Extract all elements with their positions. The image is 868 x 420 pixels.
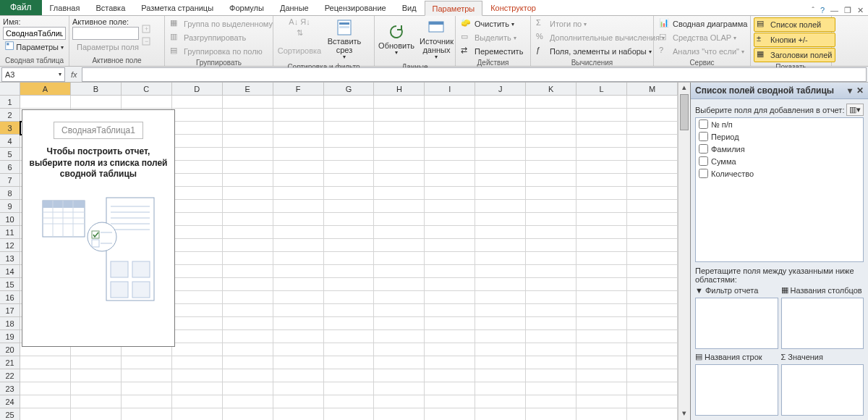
cell[interactable] [627, 278, 678, 291]
cell[interactable] [425, 96, 475, 109]
tab-formulas[interactable]: Формулы [221, 0, 272, 15]
column-header[interactable]: B [71, 83, 122, 96]
cell[interactable] [172, 317, 223, 330]
row-header[interactable]: 16 [0, 291, 20, 304]
field-item[interactable]: Период [696, 130, 863, 143]
cell[interactable] [223, 291, 273, 304]
cell[interactable] [273, 122, 324, 135]
cell[interactable] [172, 239, 223, 252]
cell[interactable] [172, 96, 223, 109]
cell[interactable] [475, 330, 526, 343]
cell[interactable] [273, 148, 324, 161]
zone-rows[interactable] [695, 364, 778, 416]
cell[interactable] [627, 213, 678, 226]
tab-page-layout[interactable]: Разметка страницы [133, 0, 221, 15]
name-box[interactable]: A3▾ [1, 67, 65, 82]
clear-button[interactable]: 🧽Очистить ▾ [459, 17, 525, 30]
field-item[interactable]: Сумма [696, 155, 863, 167]
cell[interactable] [576, 174, 627, 187]
cell[interactable] [576, 187, 627, 200]
scroll-thumb[interactable] [680, 94, 689, 130]
column-header[interactable]: J [475, 83, 526, 96]
cell[interactable] [576, 304, 627, 317]
cell[interactable] [374, 122, 425, 135]
cell[interactable] [374, 408, 425, 420]
row-header[interactable]: 20 [0, 343, 20, 356]
cell[interactable] [324, 148, 375, 161]
row-header[interactable]: 13 [0, 252, 20, 265]
cell[interactable] [425, 252, 475, 265]
cell[interactable] [576, 395, 627, 408]
fields-list[interactable]: № п/пПериодФамилияСуммаКоличество [695, 117, 864, 262]
cell[interactable] [324, 408, 375, 420]
cell[interactable] [374, 356, 425, 369]
cell[interactable] [627, 408, 678, 420]
taskpane-dropdown-icon[interactable]: ▾ [848, 85, 852, 96]
layout-options-icon[interactable]: ▥▾ [846, 104, 864, 116]
cell[interactable] [374, 369, 425, 382]
zone-values[interactable] [781, 364, 864, 416]
column-header[interactable]: M [627, 83, 678, 96]
cell[interactable] [172, 174, 223, 187]
cell[interactable] [324, 343, 375, 356]
cell[interactable] [425, 187, 475, 200]
cell[interactable] [374, 213, 425, 226]
cell[interactable] [20, 395, 71, 408]
cell[interactable] [223, 96, 273, 109]
cell[interactable] [475, 382, 526, 395]
cell[interactable] [374, 304, 425, 317]
cell[interactable] [374, 291, 425, 304]
cell[interactable] [475, 265, 526, 278]
cell[interactable] [122, 356, 172, 369]
cell[interactable] [273, 395, 324, 408]
row-header[interactable]: 10 [0, 213, 20, 226]
cell[interactable] [475, 109, 526, 122]
cell[interactable] [122, 408, 172, 420]
cell[interactable] [71, 356, 122, 369]
cell[interactable] [223, 265, 273, 278]
cell[interactable] [172, 252, 223, 265]
cell[interactable] [627, 291, 678, 304]
cell[interactable] [273, 317, 324, 330]
cell[interactable] [273, 96, 324, 109]
insert-slicer-button[interactable]: Вставить срез ▾ [326, 17, 363, 62]
cell[interactable] [172, 382, 223, 395]
cell[interactable] [576, 291, 627, 304]
cell[interactable] [526, 213, 576, 226]
cell[interactable] [425, 382, 475, 395]
cell[interactable] [273, 200, 324, 213]
cell[interactable] [223, 252, 273, 265]
whatif-button[interactable]: ?Анализ "что если" ▾ [657, 45, 749, 58]
tab-review[interactable]: Рецензирование [317, 0, 394, 15]
cell[interactable] [172, 148, 223, 161]
cell[interactable] [324, 213, 375, 226]
row-header[interactable]: 3 [0, 122, 20, 135]
cell[interactable] [526, 369, 576, 382]
field-checkbox[interactable] [699, 169, 708, 178]
cell[interactable] [475, 369, 526, 382]
cell[interactable] [576, 343, 627, 356]
cell[interactable] [374, 330, 425, 343]
select-button[interactable]: ▭Выделить ▾ [459, 31, 525, 44]
cell[interactable] [172, 213, 223, 226]
cell[interactable] [223, 317, 273, 330]
cell[interactable] [273, 265, 324, 278]
cell[interactable] [526, 239, 576, 252]
fx-icon[interactable]: fx [67, 70, 82, 79]
cell[interactable] [425, 395, 475, 408]
cell[interactable] [475, 304, 526, 317]
cell[interactable] [223, 382, 273, 395]
cell[interactable] [475, 356, 526, 369]
cell[interactable] [273, 174, 324, 187]
select-all-corner[interactable] [0, 83, 20, 96]
cell[interactable] [324, 395, 375, 408]
cell[interactable] [475, 317, 526, 330]
field-list-button[interactable]: ▤Список полей [754, 17, 835, 32]
cell[interactable] [627, 265, 678, 278]
cell[interactable] [71, 382, 122, 395]
expand-field-icon[interactable]: + [142, 25, 153, 36]
cell[interactable] [576, 330, 627, 343]
row-header[interactable]: 23 [0, 382, 20, 395]
cell[interactable] [374, 200, 425, 213]
column-header[interactable]: L [576, 83, 627, 96]
